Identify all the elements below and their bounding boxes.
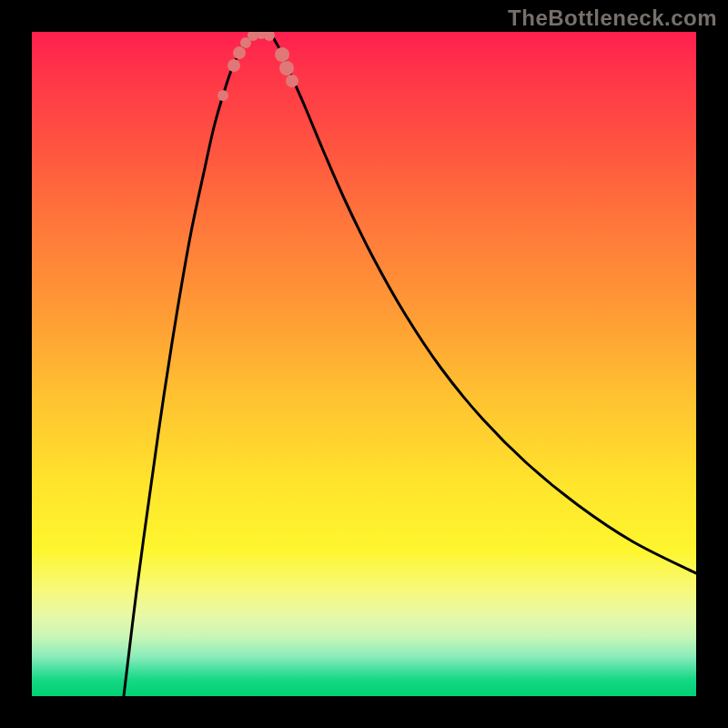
data-marker <box>279 61 294 76</box>
chart-frame: TheBottleneck.com <box>0 0 728 728</box>
plot-area <box>32 32 696 696</box>
data-marker <box>286 75 298 87</box>
watermark-text: TheBottleneck.com <box>508 5 717 31</box>
data-marker <box>233 46 246 59</box>
chart-svg <box>32 32 696 696</box>
bottleneck-curve <box>124 34 696 696</box>
data-marker <box>217 90 228 101</box>
data-marker <box>275 47 289 62</box>
data-markers <box>217 32 298 101</box>
data-marker <box>228 59 240 72</box>
curve-path <box>124 34 696 696</box>
